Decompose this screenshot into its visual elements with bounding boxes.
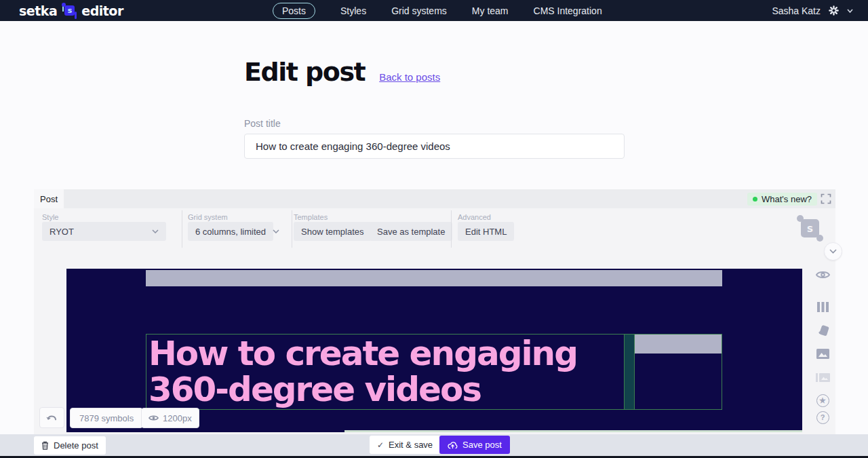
bottom-action-bar: Delete post ✓ Exit & save Save post [0, 434, 868, 457]
main-nav: Posts Styles Grid systems My team CMS In… [273, 0, 602, 21]
symbols-count-badge: 7879 symbols [70, 408, 143, 428]
column-gutter[interactable] [625, 334, 635, 410]
whats-new-button[interactable]: What's new? [747, 193, 817, 206]
style-select-value: RYOT [50, 227, 74, 237]
setka-logo-icon: s [63, 5, 75, 16]
save-as-template-button[interactable]: Save as template [370, 222, 452, 241]
side-placeholder-bar[interactable] [635, 335, 722, 354]
panel-header: Post What's new? [34, 189, 835, 208]
edit-html-button[interactable]: Edit HTML [458, 222, 514, 241]
grid-section-label: Grid system [188, 213, 228, 221]
brand-logo[interactable]: setka s editor [19, 0, 123, 21]
delete-post-button[interactable]: Delete post [34, 436, 106, 455]
new-indicator-dot [753, 197, 757, 202]
show-templates-button[interactable]: Show templates [294, 222, 372, 241]
trash-icon [41, 441, 49, 450]
delete-post-label: Delete post [54, 440, 98, 451]
headline-line-1: How to create engaging [149, 336, 624, 372]
fullscreen-icon[interactable] [821, 193, 831, 204]
nav-item-grid-systems[interactable]: Grid systems [391, 5, 447, 16]
grid-columns-icon[interactable] [815, 299, 830, 314]
collapse-toolbar-button[interactable] [824, 242, 842, 261]
favorites-star-icon[interactable]: ★ [815, 393, 830, 408]
navbar-right: Sasha Katz [772, 0, 853, 21]
next-section-edge [344, 430, 802, 432]
save-post-button[interactable]: Save post [439, 436, 510, 454]
settings-gear-icon[interactable] [829, 5, 839, 16]
selected-row[interactable]: How to create engaging 360-degree videos [146, 334, 722, 410]
style-section-label: Style [42, 213, 58, 221]
viewport-width-value: 1200px [163, 413, 192, 423]
side-column-block[interactable] [635, 334, 722, 410]
whats-new-label: What's new? [762, 194, 812, 204]
nav-item-my-team[interactable]: My team [472, 5, 509, 16]
exit-and-save-button[interactable]: ✓ Exit & save [370, 436, 440, 454]
nav-item-styles[interactable]: Styles [340, 5, 366, 16]
editor-panel: Post What's new? Style RYOT Grid system … [34, 189, 835, 434]
brand-right-text: editor [81, 3, 123, 18]
eye-icon [149, 415, 159, 421]
headline-text-block[interactable]: How to create engaging 360-degree videos [146, 334, 625, 410]
post-title-input[interactable] [244, 134, 625, 159]
save-post-label: Save post [462, 440, 502, 450]
user-menu-caret-icon[interactable] [847, 9, 853, 13]
post-title-label: Post title [244, 118, 281, 129]
headline-line-2: 360-degree videos [149, 372, 624, 408]
style-swatches-icon[interactable] [815, 323, 830, 338]
image-layout-icon-disabled [815, 370, 830, 385]
grid-system-select[interactable]: 6 columns, limited [188, 222, 273, 241]
style-select[interactable]: RYOT [42, 222, 166, 241]
viewport-width-badge[interactable]: 1200px [141, 408, 199, 428]
check-icon: ✓ [377, 440, 384, 450]
brand-left-text: setka [19, 3, 57, 18]
help-icon[interactable]: ? [815, 410, 830, 425]
preview-eye-icon[interactable] [815, 267, 830, 282]
canvas-placeholder-bar[interactable] [146, 270, 722, 286]
chevron-down-icon [152, 229, 159, 233]
exit-save-label: Exit & save [389, 440, 433, 450]
back-to-posts-link[interactable]: Back to posts [379, 71, 440, 83]
nav-item-cms-integration[interactable]: CMS Integration [534, 5, 602, 16]
chevron-down-icon [273, 229, 279, 233]
page-title: Edit post [244, 57, 365, 87]
setka-watermark-logo: s [801, 219, 819, 237]
templates-section-label: Templates [294, 213, 328, 221]
tab-post[interactable]: Post [34, 189, 64, 208]
grid-select-value: 6 columns, limited [195, 227, 266, 237]
undo-button[interactable] [39, 407, 64, 428]
advanced-section-label: Advanced [458, 213, 491, 221]
nav-item-posts[interactable]: Posts [273, 3, 315, 19]
cloud-upload-icon [448, 441, 458, 449]
top-navbar: setka s editor Posts Styles Grid systems… [0, 0, 868, 21]
user-name[interactable]: Sasha Katz [772, 5, 821, 16]
image-icon[interactable] [815, 346, 830, 361]
